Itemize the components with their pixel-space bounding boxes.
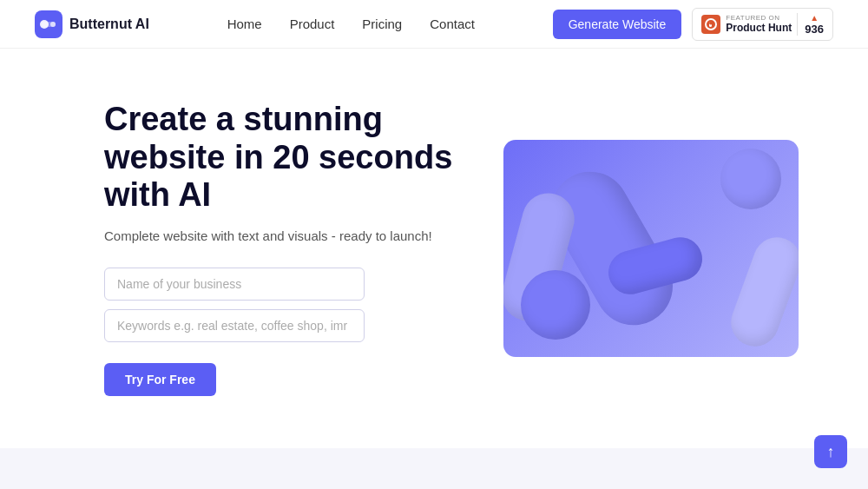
try-for-free-button[interactable]: Try For Free: [104, 363, 216, 396]
generate-website-button[interactable]: Generate Website: [553, 10, 682, 39]
keywords-input[interactable]: [104, 309, 365, 342]
features-section: Build a fully functional website in seco…: [0, 448, 868, 489]
product-hunt-badge[interactable]: FEATURED ON Product Hunt ▲ 936: [692, 8, 833, 41]
product-hunt-text: FEATURED ON Product Hunt: [726, 14, 792, 34]
nav-product[interactable]: Product: [290, 17, 335, 31]
nav-pricing[interactable]: Pricing: [362, 17, 402, 31]
chevron-up-icon: ↑: [827, 443, 835, 461]
shape-5: [724, 231, 799, 354]
nav-home[interactable]: Home: [227, 17, 262, 31]
product-hunt-score-value: 936: [805, 23, 824, 36]
product-hunt-arrow-icon: ▲: [810, 13, 819, 23]
logo-text: Butternut AI: [69, 17, 149, 32]
logo-icon: [35, 10, 62, 38]
hero-content: Create a stunning website in 20 seconds …: [104, 101, 469, 396]
product-hunt-name: Product Hunt: [726, 22, 792, 34]
shape-6: [521, 270, 590, 340]
hero-subtitle: Complete website with text and visuals -…: [104, 228, 469, 243]
hero-illustration: [503, 140, 799, 357]
navbar: Butternut AI Home Product Pricing Contac…: [0, 0, 868, 49]
nav-links: Home Product Pricing Contact: [227, 17, 475, 31]
product-hunt-logo-icon: [701, 15, 720, 34]
svg-rect-3: [42, 22, 56, 27]
business-name-input[interactable]: [104, 268, 365, 301]
hero-title: Create a stunning website in 20 seconds …: [104, 101, 469, 215]
hero-form: [104, 268, 469, 342]
product-hunt-score: ▲ 936: [797, 13, 824, 36]
navbar-actions: Generate Website FEATURED ON Product Hun…: [553, 8, 833, 41]
hero-image-canvas: [503, 140, 799, 357]
shape-4: [720, 149, 781, 209]
svg-point-6: [709, 21, 713, 24]
logo[interactable]: Butternut AI: [35, 10, 149, 38]
scroll-to-top-button[interactable]: ↑: [814, 435, 847, 468]
product-hunt-featured-label: FEATURED ON: [726, 14, 792, 22]
nav-contact[interactable]: Contact: [430, 17, 475, 31]
hero-section: Create a stunning website in 20 seconds …: [0, 49, 868, 448]
